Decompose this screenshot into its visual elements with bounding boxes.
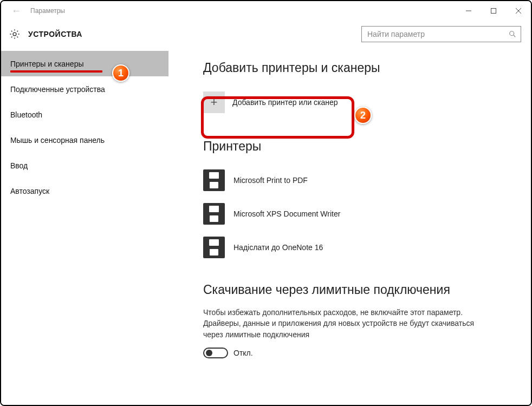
titlebar: ← Параметры <box>1 1 531 21</box>
sidebar-item-label: Bluetooth <box>10 110 42 119</box>
sidebar-item-label: Принтеры и сканеры <box>10 60 83 68</box>
annotation-underline <box>10 70 102 73</box>
search-placeholder: Найти параметр <box>367 30 509 38</box>
sidebar-item-typing[interactable]: Ввод <box>1 153 168 178</box>
printer-item[interactable]: Microsoft XPS Document Writer <box>203 197 518 231</box>
metered-toggle-row: Откл. <box>203 348 518 358</box>
header: УСТРОЙСТВА Найти параметр <box>1 21 531 50</box>
sidebar-item-bluetooth[interactable]: Bluetooth <box>1 102 168 127</box>
sidebar-item-label: Ввод <box>10 161 28 170</box>
printer-icon <box>203 237 225 258</box>
metered-section: Скачивание через лимитные подключения Чт… <box>203 283 518 358</box>
printer-label: Microsoft Print to PDF <box>233 176 308 185</box>
search-input[interactable]: Найти параметр <box>361 26 521 42</box>
sidebar-item-mouse-touchpad[interactable]: Мышь и сенсорная панель <box>1 127 168 153</box>
maximize-button[interactable] <box>481 1 506 21</box>
maximize-icon <box>491 8 496 14</box>
settings-window: ← Параметры УСТРОЙСТВА Найти параметр <box>1 1 531 405</box>
sidebar-item-label: Мышь и сенсорная панель <box>10 136 105 145</box>
toggle-knob-icon <box>206 350 212 356</box>
svg-line-6 <box>514 35 516 37</box>
sidebar-item-label: Автозапуск <box>10 187 49 195</box>
annotation-badge-2: 2 <box>354 107 372 124</box>
printer-label: Надіслати до OneNote 16 <box>233 243 323 252</box>
window-title: Параметры <box>30 7 65 15</box>
annotation-badge-1: 1 <box>112 64 129 82</box>
printer-item[interactable]: Microsoft Print to PDF <box>203 163 518 197</box>
search-icon <box>509 30 516 38</box>
svg-rect-1 <box>491 9 496 14</box>
sidebar-item-autoplay[interactable]: Автозапуск <box>1 178 168 204</box>
back-arrow-icon: ← <box>11 5 21 17</box>
close-icon <box>516 8 521 14</box>
window-controls <box>456 1 531 21</box>
sidebar-item-connected-devices[interactable]: Подключенные устройства <box>1 76 168 102</box>
svg-point-5 <box>510 31 514 36</box>
metered-description: Чтобы избежать дополнительных расходов, … <box>203 307 496 340</box>
printer-label: Microsoft XPS Document Writer <box>233 209 340 218</box>
sidebar-item-printers-scanners[interactable]: Принтеры и сканеры <box>1 51 168 76</box>
svg-point-4 <box>13 32 16 36</box>
metered-heading: Скачивание через лимитные подключения <box>203 283 518 297</box>
printer-item[interactable]: Надіслати до OneNote 16 <box>203 231 518 264</box>
printer-icon <box>203 169 225 191</box>
metered-toggle-label: Откл. <box>233 349 253 357</box>
gear-icon <box>9 28 21 40</box>
add-printers-heading: Добавить принтеры и сканеры <box>203 61 518 75</box>
annotation-ring-add-printer <box>201 96 354 139</box>
minimize-button[interactable] <box>456 1 481 21</box>
minimize-icon <box>466 8 471 14</box>
sidebar: Принтеры и сканеры Подключенные устройст… <box>1 50 168 405</box>
close-button[interactable] <box>506 1 531 21</box>
page-title: УСТРОЙСТВА <box>28 30 361 38</box>
metered-toggle[interactable] <box>203 348 228 358</box>
printer-icon <box>203 203 225 225</box>
back-button[interactable]: ← <box>5 1 27 21</box>
sidebar-item-label: Подключенные устройства <box>10 85 105 94</box>
printers-section: Принтеры Microsoft Print to PDF Microsof… <box>203 139 518 264</box>
printers-heading: Принтеры <box>203 139 518 154</box>
